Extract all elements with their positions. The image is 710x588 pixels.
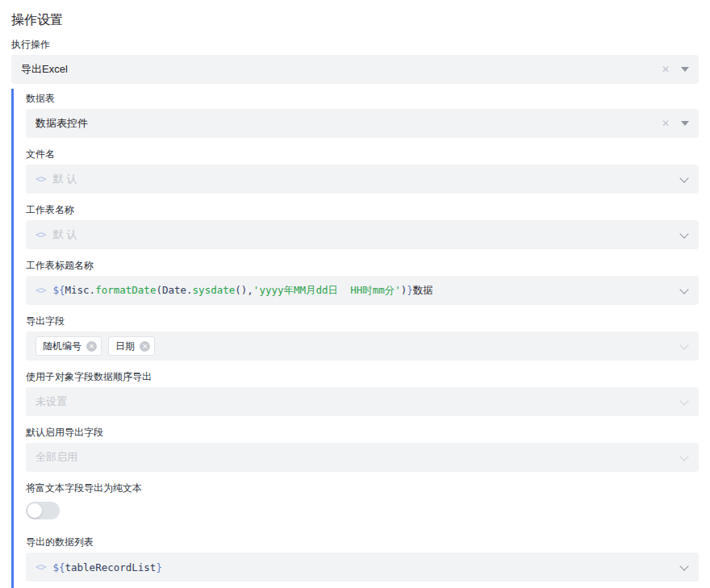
chevron-down-icon[interactable] xyxy=(680,453,689,462)
tag-date: 日期 ✕ xyxy=(108,336,155,356)
rich-text-plain-group: 将富文本字段导出为纯文本 xyxy=(26,483,699,519)
chevron-down-icon[interactable] xyxy=(680,563,689,572)
default-enabled-group: 默认启用导出字段 全部启用 xyxy=(26,427,699,472)
file-name-placeholder: 默认 xyxy=(52,172,80,186)
export-fields-label: 导出字段 xyxy=(26,316,699,327)
sheet-title-formula: ${Misc.formatDate(Date.sysdate(),'yyyy年M… xyxy=(52,284,432,298)
caret-down-icon[interactable] xyxy=(681,121,689,126)
data-table-select[interactable]: 数据表控件 ✕ xyxy=(26,109,699,138)
tag-close-icon[interactable]: ✕ xyxy=(140,341,150,352)
default-enabled-placeholder: 全部启用 xyxy=(36,450,77,465)
chevron-down-icon[interactable] xyxy=(680,342,689,351)
rich-text-plain-label: 将富文本字段导出为纯文本 xyxy=(26,483,699,494)
chevron-down-icon[interactable] xyxy=(680,231,689,240)
export-excel-config-section: 数据表 数据表控件 ✕ 文件名 <> 默认 工作表名称 <> 默认 xyxy=(11,89,699,588)
toggle-knob xyxy=(27,503,42,518)
chevron-down-icon[interactable] xyxy=(680,398,689,407)
chevron-down-icon[interactable] xyxy=(680,286,689,295)
default-enabled-select[interactable]: 全部启用 xyxy=(26,443,699,472)
code-icon: <> xyxy=(36,229,45,240)
file-name-input[interactable]: <> 默认 xyxy=(26,165,699,194)
export-fields-group: 导出字段 随机编号 ✕ 日期 ✕ xyxy=(26,316,699,361)
export-fields-select[interactable]: 随机编号 ✕ 日期 ✕ xyxy=(26,332,699,361)
tag-label: 随机编号 xyxy=(43,340,81,353)
caret-down-icon[interactable] xyxy=(681,67,689,72)
export-data-list-group: 导出的数据列表 <> ${tableRecordList} xyxy=(26,537,699,582)
sheet-name-group: 工作表名称 <> 默认 xyxy=(26,205,699,249)
sub-object-order-select[interactable]: 未设置 xyxy=(26,387,699,416)
file-name-label: 文件名 xyxy=(26,149,699,160)
sheet-title-group: 工作表标题名称 <> ${Misc.formatDate(Date.sysdat… xyxy=(26,261,699,305)
execute-action-label: 执行操作 xyxy=(11,40,699,50)
rich-text-plain-toggle[interactable] xyxy=(26,502,60,519)
execute-action-value: 导出Excel xyxy=(21,62,68,77)
sheet-title-input[interactable]: <> ${Misc.formatDate(Date.sysdate(),'yyy… xyxy=(26,276,699,305)
data-table-value: 数据表控件 xyxy=(36,116,88,131)
sheet-name-input[interactable]: <> 默认 xyxy=(26,220,699,249)
sub-object-order-label: 使用子对象字段数据顺序导出 xyxy=(26,372,699,382)
chevron-down-icon[interactable] xyxy=(680,175,689,184)
tag-close-icon[interactable]: ✕ xyxy=(86,341,97,352)
sheet-name-label: 工作表名称 xyxy=(26,205,699,215)
data-table-group: 数据表 数据表控件 ✕ xyxy=(26,94,699,138)
default-enabled-label: 默认启用导出字段 xyxy=(26,427,699,438)
sub-object-order-placeholder: 未设置 xyxy=(36,394,67,409)
file-name-group: 文件名 <> 默认 xyxy=(26,149,699,194)
execute-action-select[interactable]: 导出Excel ✕ xyxy=(11,55,699,84)
tag-label: 日期 xyxy=(115,340,135,353)
sheet-name-placeholder: 默认 xyxy=(52,227,80,242)
export-data-list-input[interactable]: <> ${tableRecordList} xyxy=(26,553,699,582)
data-table-label: 数据表 xyxy=(26,94,699,104)
export-data-list-formula: ${tableRecordList} xyxy=(52,561,161,573)
export-data-list-label: 导出的数据列表 xyxy=(26,537,699,548)
clear-icon[interactable]: ✕ xyxy=(662,65,670,74)
code-icon: <> xyxy=(36,173,45,185)
operation-settings-panel: 操作设置 执行操作 导出Excel ✕ 数据表 数据表控件 ✕ 文件名 <> 默… xyxy=(0,0,710,588)
code-icon: <> xyxy=(36,561,45,573)
tags-wrap: 随机编号 ✕ 日期 ✕ xyxy=(36,336,155,356)
clear-icon[interactable]: ✕ xyxy=(662,119,670,128)
page-title: 操作设置 xyxy=(11,11,699,29)
execute-action-group: 执行操作 导出Excel ✕ xyxy=(11,40,699,84)
sub-object-order-group: 使用子对象字段数据顺序导出 未设置 xyxy=(26,372,699,416)
sheet-title-label: 工作表标题名称 xyxy=(26,261,699,271)
code-icon: <> xyxy=(36,285,45,296)
tag-random-number: 随机编号 ✕ xyxy=(36,336,102,356)
